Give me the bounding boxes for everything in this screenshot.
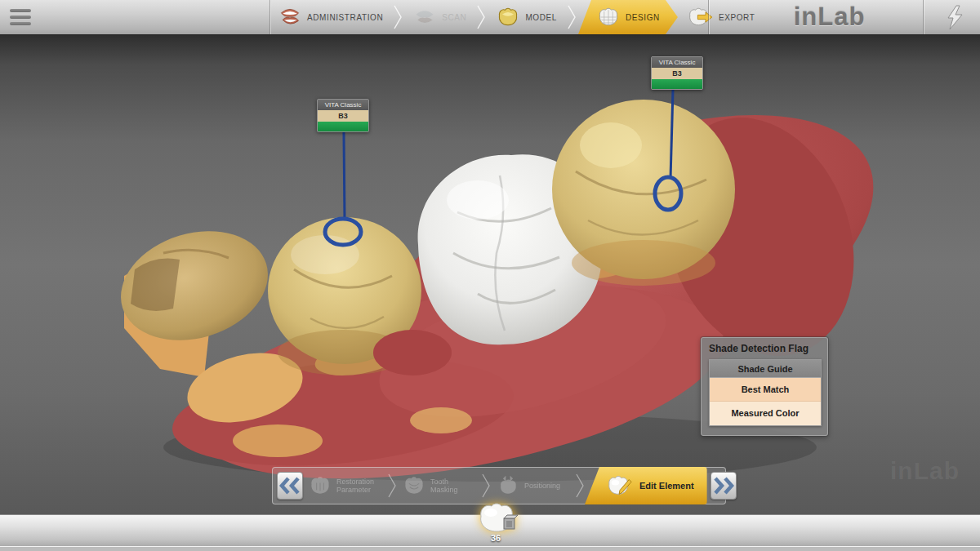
power-button[interactable]	[936, 2, 973, 33]
chevron-separator-icon	[391, 0, 404, 34]
tab-label: EXPORT	[719, 13, 755, 22]
legend-row-measured-color[interactable]: Measured Color	[710, 402, 821, 425]
tab-label: DESIGN	[626, 13, 660, 22]
chevron-separator-icon	[474, 0, 488, 34]
tab-model[interactable]: MODEL	[488, 0, 565, 34]
shade-match-bar	[318, 122, 368, 131]
selected-tooth-icon	[473, 500, 519, 536]
tooth-wireframe-icon	[596, 6, 621, 29]
tab-export[interactable]: EXPORT	[678, 0, 764, 34]
step-positioning: Positioning	[491, 474, 575, 497]
tooth-model-icon	[496, 6, 520, 29]
chevron-separator-icon	[575, 472, 585, 500]
step-label: Edit Element	[639, 481, 694, 491]
tooth-edit-icon	[606, 473, 634, 498]
tab-administration[interactable]: ADMINISTRATION	[270, 0, 391, 34]
hamburger-menu-icon[interactable]	[10, 9, 31, 27]
step-label: Tooth Masking	[430, 478, 476, 495]
tab-design[interactable]: DESIGN	[578, 0, 678, 34]
previous-phase-button[interactable]	[277, 472, 303, 500]
dental-model-3d[interactable]	[0, 36, 980, 514]
step-restoration-parameter: Restoration Parameter	[303, 474, 387, 497]
shade-match-bar	[652, 79, 702, 89]
shade-system-label: VITA Classic	[318, 100, 368, 110]
phase-tabs: ADMINISTRATION SCAN MODEL	[270, 0, 763, 34]
scan-denture-icon	[412, 6, 437, 29]
chevron-separator-icon	[565, 0, 578, 34]
divider	[708, 0, 709, 34]
inlab-window: inLab ADMINISTRATION	[0, 0, 980, 551]
tooth-step-icon	[402, 474, 426, 497]
lightning-icon	[944, 5, 965, 31]
material-block-icon	[504, 515, 518, 529]
double-chevron-left-icon	[278, 476, 302, 495]
tooth-step-icon	[308, 474, 332, 497]
tab-label: SCAN	[442, 13, 466, 22]
inlab-watermark: inLab	[890, 457, 960, 485]
step-label: Restoration Parameter	[336, 478, 382, 495]
shade-value: B3	[652, 68, 702, 79]
step-tooth-masking: Tooth Masking	[397, 474, 481, 497]
chevron-separator-icon	[481, 472, 491, 500]
tab-label: ADMINISTRATION	[307, 13, 383, 22]
tab-scan[interactable]: SCAN	[404, 0, 474, 34]
legend-row-shade-guide: Shade Guide	[710, 360, 821, 378]
double-chevron-right-icon	[711, 476, 736, 495]
inlab-logo: inLab	[774, 0, 884, 34]
tooth-number-label: 36	[470, 533, 521, 543]
top-bar: ADMINISTRATION SCAN MODEL	[0, 0, 980, 36]
legend-row-best-match[interactable]: Best Match	[710, 378, 821, 402]
design-step-bar: Restoration Parameter Tooth Masking Posi…	[272, 467, 726, 504]
shade-flag[interactable]: VITA Classic B3	[651, 56, 703, 90]
shade-system-label: VITA Classic	[652, 57, 702, 68]
step-label: Positioning	[524, 482, 570, 490]
denture-icon	[278, 6, 302, 29]
step-edit-element[interactable]: Edit Element	[585, 467, 707, 504]
tooth-positioning-icon	[496, 474, 520, 497]
restoration-badge-36[interactable]: 36	[470, 500, 521, 548]
tooth-export-icon	[686, 6, 714, 29]
panel-title: Shade Detection Flag	[709, 343, 820, 354]
divider	[923, 0, 924, 34]
shade-value: B3	[318, 110, 368, 122]
shade-flag[interactable]: VITA Classic B3	[317, 99, 369, 132]
chevron-separator-icon	[387, 472, 397, 500]
shade-detection-panel: Shade Detection Flag Shade Guide Best Ma…	[701, 337, 828, 436]
next-phase-button[interactable]	[710, 472, 737, 500]
shade-legend: Shade Guide Best Match Measured Color	[709, 359, 822, 426]
tab-label: MODEL	[525, 13, 557, 22]
